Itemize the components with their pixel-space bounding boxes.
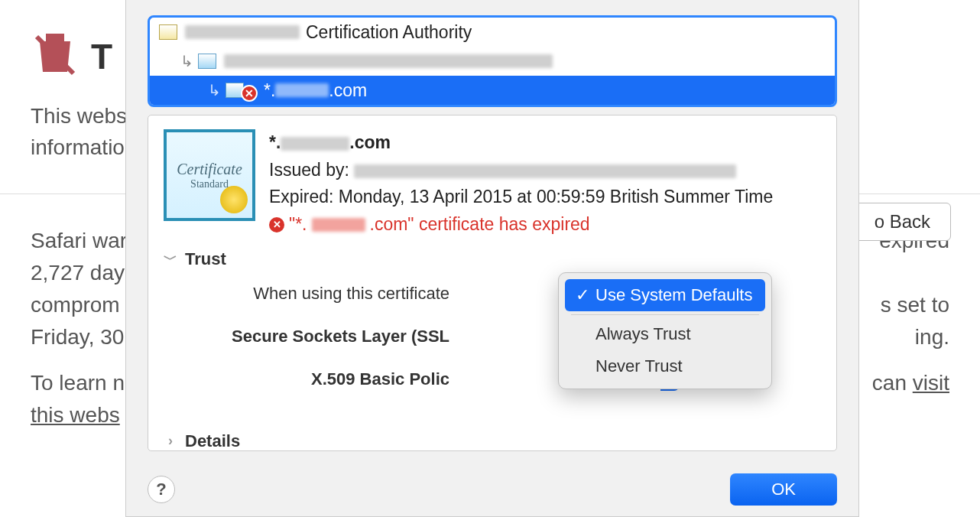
certificate-chain[interactable]: Certification Authority ↳ ↳ ✕ *. .com — [148, 15, 837, 107]
dropdown-option-never-trust[interactable]: Never Trust — [565, 350, 765, 382]
tree-arrow-icon: ↳ — [208, 81, 221, 99]
expired-error: ✕ "*..com" certificate has expired — [269, 211, 773, 239]
chevron-down-icon: ﹀ — [164, 250, 177, 268]
certificate-name: *..com — [269, 129, 773, 157]
chain-row-intermediate[interactable]: ↳ — [150, 47, 835, 76]
go-back-button[interactable]: o Back — [854, 203, 951, 241]
certificate-dialog: Certification Authority ↳ ↳ ✕ *. .com Ce… — [125, 0, 859, 517]
page-title: T — [91, 36, 112, 77]
certificate-icon — [159, 24, 177, 40]
dropdown-option-system-defaults[interactable]: ✓ Use System Defaults — [565, 279, 765, 311]
check-icon: ✓ — [576, 285, 589, 305]
visit-link[interactable]: visit — [913, 371, 949, 395]
expired-date: Expired: Monday, 13 April 2015 at 00:59:… — [269, 184, 773, 211]
chevron-right-icon: › — [164, 433, 177, 449]
details-section-toggle[interactable]: › Details — [164, 431, 821, 451]
this-website-link[interactable]: this webs — [31, 403, 120, 427]
ok-button[interactable]: OK — [730, 473, 837, 506]
error-badge-icon: ✕ — [241, 85, 258, 102]
warning-icon — [31, 31, 80, 83]
dropdown-separator — [571, 314, 759, 315]
issued-by: Issued by: — [269, 157, 773, 184]
trust-section-toggle[interactable]: ﹀ Trust — [164, 249, 821, 269]
certificate-icon — [198, 54, 216, 69]
chain-row-root[interactable]: Certification Authority — [150, 18, 835, 47]
error-icon: ✕ — [269, 217, 284, 232]
tree-arrow-icon: ↳ — [180, 52, 193, 70]
certificate-large-icon: Certificate Standard — [164, 129, 255, 221]
seal-icon — [220, 186, 248, 213]
dialog-help-button[interactable]: ? — [148, 476, 175, 503]
chain-row-leaf[interactable]: ↳ ✕ *. .com — [150, 76, 835, 105]
dropdown-option-always-trust[interactable]: Always Trust — [565, 318, 765, 350]
trust-dropdown[interactable]: ✓ Use System Defaults Always Trust Never… — [558, 272, 772, 389]
